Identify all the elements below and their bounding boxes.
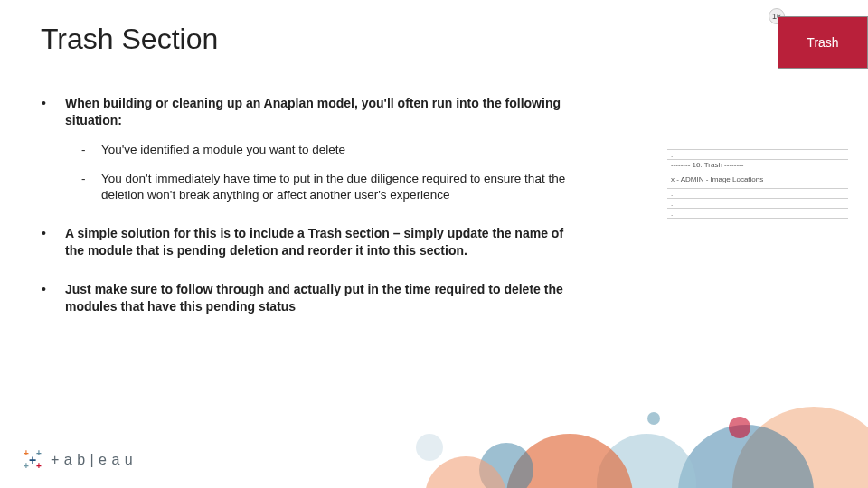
badge-label: Trash <box>807 35 838 50</box>
table-row: x - ADMIN - Image Locations <box>667 174 848 189</box>
table-row: -------- 16. Trash -------- <box>667 160 848 174</box>
bullet-1-text: When building or cleaning up an Anaplan … <box>65 96 561 127</box>
table-row: . <box>667 189 848 199</box>
bullet-2: A simple solution for this is to include… <box>36 225 583 259</box>
bullet-2-pre: A simple solution for this is to include… <box>65 226 308 240</box>
sub-1: You've identified a module you want to d… <box>65 142 583 158</box>
bullet-3: Just make sure to follow through and act… <box>36 281 583 315</box>
main-list: When building or cleaning up an Anaplan … <box>36 95 583 315</box>
bullet-2-bold: Trash <box>308 226 342 240</box>
sub-2: You don't immediately have time to put i… <box>65 171 583 203</box>
slide-title: Trash Section <box>41 23 218 56</box>
bullet-1: When building or cleaning up an Anaplan … <box>36 95 583 203</box>
table-row: . <box>667 150 848 160</box>
sub-list: You've identified a module you want to d… <box>65 142 583 204</box>
logo-text: + a b | e a u <box>51 452 133 468</box>
table-row: . <box>667 209 848 219</box>
table-row: . <box>667 199 848 209</box>
tableau-icon: +++++ <box>22 448 45 472</box>
tableau-logo: +++++ + a b | e a u <box>22 448 133 472</box>
example-table: . -------- 16. Trash -------- x - ADMIN … <box>667 149 848 219</box>
slide: Trash Section 16 Trash When building or … <box>0 0 868 488</box>
badge-box: Trash <box>778 16 868 69</box>
content-area: When building or cleaning up an Anaplan … <box>36 95 583 337</box>
